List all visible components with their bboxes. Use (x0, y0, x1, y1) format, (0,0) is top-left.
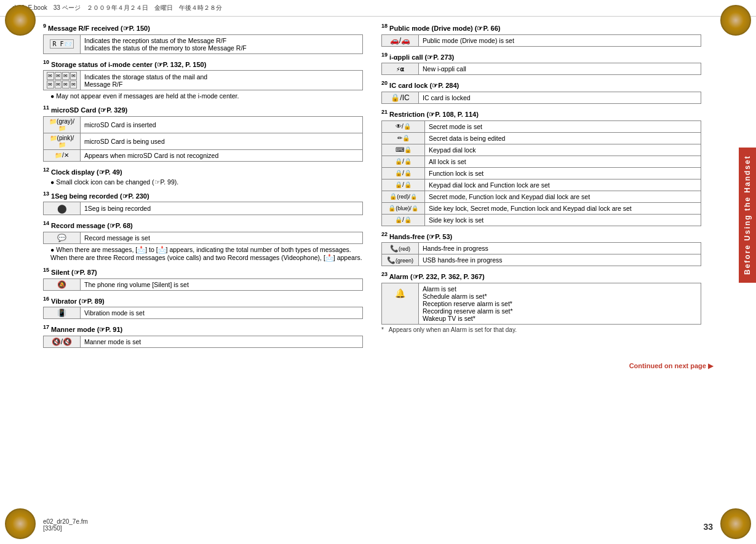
section-12: 12 Clock display (☞P. 49) Small clock ic… (43, 167, 363, 186)
icon-cell: 📞(red) (382, 243, 419, 254)
section-16-title: 16 Vibrator (☞P. 89) (43, 296, 363, 306)
desc-cell: Alarm is set Schedule alarm is set* Rece… (419, 283, 701, 324)
table-row: 🔒/IC IC card is locked (382, 92, 701, 103)
table-row: R F📨 Indicates the reception status of t… (44, 34, 363, 53)
page-number: 33 (703, 522, 713, 532)
section-18-title: 18 Public mode (Drive mode) (☞P. 66) (381, 23, 701, 33)
section-21-title: 21 Restriction (☞P. 108, P. 114) (381, 109, 701, 119)
icon-cell: 🔒/🔒 (382, 167, 425, 179)
icon-cell: 🔔 (382, 283, 419, 324)
desc-cell: All lock is set (425, 156, 701, 167)
icon-cell: 🔒/🔒 (382, 179, 425, 191)
section-16-table: 📳 Vibration mode is set (43, 307, 363, 319)
icon-cell: R F📨 (44, 34, 81, 53)
table-row: ✉ ✉ ✉ ✉ ✉ ✉ ✉ ✉ Indicates the sto (44, 71, 363, 90)
desc-cell: New i-αppli call (419, 63, 701, 75)
desc-cell: Indicates the storage status of the mail… (81, 71, 363, 90)
icon-cell: 📁(gray)/📁 (44, 116, 81, 133)
desc-cell: Public mode (Drive mode) is set (419, 34, 701, 46)
header-bar: dr20_E.book 33 ページ ２００９年４月２４日 金曜日 午後４時２８… (0, 0, 756, 17)
desc-cell: microSD Card is inserted (81, 116, 363, 133)
desc-cell: Keypad dial lock and Function lock are s… (425, 179, 701, 191)
icon-cell: 🔒(blue)/🔒 (382, 202, 425, 214)
table-row: 📞(green) USB hands-free in progress (382, 254, 701, 266)
table-row: 🔒/🔒 Side key lock is set (382, 214, 701, 226)
desc-cell: Function lock is set (425, 167, 701, 179)
right-column: 18 Public mode (Drive mode) (☞P. 66) 🚗/🚗… (381, 23, 701, 353)
desc-cell: Keypad dial lock (425, 144, 701, 156)
section-18-table: 🚗/🚗 Public mode (Drive mode) is set (381, 34, 701, 47)
section-15: 15 Silent (☞P. 87) 🔕 The phone ring volu… (43, 267, 363, 291)
icon-cell: ✏🔒 (382, 132, 425, 144)
table-row: 🔒/🔒 Function lock is set (382, 167, 701, 179)
desc-cell: microSD Card is being used (81, 133, 363, 149)
section-18: 18 Public mode (Drive mode) (☞P. 66) 🚗/🚗… (381, 23, 701, 47)
right-tab-text: Before Using the Handset (743, 156, 752, 275)
right-tab: Before Using the Handset (739, 148, 756, 283)
icon-cell: 🔇/🔇 (44, 336, 81, 347)
section-14: 14 Record message (☞P. 68) 💬 Record mess… (43, 220, 363, 262)
section-16: 16 Vibrator (☞P. 89) 📳 Vibration mode is… (43, 296, 363, 320)
section-11-table: 📁(gray)/📁 microSD Card is inserted 📁(pin… (43, 116, 363, 162)
section-15-table: 🔕 The phone ring volume [Silent] is set (43, 278, 363, 291)
desc-cell: Secret data is being edited (425, 132, 701, 144)
section-13-title: 13 1Seg being recorded (☞P. 230) (43, 191, 363, 200)
section-17-table: 🔇/🔇 Manner mode is set (43, 336, 363, 348)
table-row: 📁(gray)/📁 microSD Card is inserted (44, 116, 363, 133)
section-20-table: 🔒/IC IC card is locked (381, 92, 701, 104)
corner-decoration-bl (5, 508, 36, 539)
desc-cell: Appears when microSD Card is not recogni… (81, 149, 363, 161)
section-9-title: 9 Message R/F received (☞P. 150) (43, 23, 363, 33)
section-14-title: 14 Record message (☞P. 68) (43, 220, 363, 230)
footer-pages: [33/50] (43, 525, 62, 532)
desc-cell: USB hands-free in progress (419, 254, 701, 266)
section-23-footnote: * Appears only when an Alarm is set for … (381, 326, 701, 333)
table-row: ⌨🔒 Keypad dial lock (382, 144, 701, 156)
section-20: 20 IC card lock (☞P. 284) 🔒/IC IC card i… (381, 80, 701, 104)
desc-cell: 1Seg is being recorded (81, 202, 363, 215)
section-22-title: 22 Hands-free (☞P. 53) (381, 231, 701, 241)
icon-cell: 🔒(red)/🔒 (382, 191, 425, 202)
table-row: 📁(pink)/📁 microSD Card is being used (44, 133, 363, 149)
left-column: 9 Message R/F received (☞P. 150) R F📨 In… (43, 23, 363, 353)
section-9: 9 Message R/F received (☞P. 150) R F📨 In… (43, 23, 363, 54)
table-row: 🔒(red)/🔒 Secret mode, Function lock and … (382, 191, 701, 202)
continued-link: Continued on next page ▶ (629, 362, 713, 369)
icon-cell: 📁(pink)/📁 (44, 133, 81, 149)
table-row: 🔒(blue)/🔒 Side key lock, Secret mode, Fu… (382, 202, 701, 214)
section-10-note: May not appear even if messages are held… (50, 92, 363, 100)
icon-cell: 📁/✕ (44, 149, 81, 161)
table-row: 🔒/🔒 Keypad dial lock and Function lock a… (382, 179, 701, 191)
table-row: 💬 Record message is set (44, 232, 363, 243)
table-row: 📁/✕ Appears when microSD Card is not rec… (44, 149, 363, 161)
section-9-table: R F📨 Indicates the reception status of t… (43, 34, 363, 54)
table-row: 🔇/🔇 Manner mode is set (44, 336, 363, 347)
section-19-table: ⚡α New i-αppli call (381, 63, 701, 75)
section-19: 19 i-αppli call (☞P. 273) ⚡α New i-αppli… (381, 52, 701, 76)
icon-cell: 📳 (44, 307, 81, 319)
section-12-title: 12 Clock display (☞P. 49) (43, 167, 363, 176)
icon-cell: ⌨🔒 (382, 144, 425, 156)
section-10-title: 10 Storage status of i-mode center (☞P. … (43, 59, 363, 69)
icon-cell: 💬 (44, 232, 81, 243)
section-11-title: 11 microSD Card (☞P. 329) (43, 104, 363, 114)
table-row: ⬤ 1Seg is being recorded (44, 202, 363, 215)
section-15-title: 15 Silent (☞P. 87) (43, 267, 363, 277)
footer: e02_dr20_7e.fm [33/50] (43, 518, 88, 532)
icon-cell: 👁/🔒 (382, 120, 425, 132)
table-row: 🚗/🚗 Public mode (Drive mode) is set (382, 34, 701, 46)
icon-cell: ✉ ✉ ✉ ✉ ✉ ✉ ✉ ✉ (44, 71, 81, 90)
section-12-note: Small clock icon can be changed (☞P. 99)… (50, 178, 363, 186)
section-11: 11 microSD Card (☞P. 329) 📁(gray)/📁 micr… (43, 104, 363, 162)
table-row: 👁/🔒 Secret mode is set (382, 120, 701, 132)
section-14-table: 💬 Record message is set (43, 232, 363, 244)
page-container: dr20_E.book 33 ページ ２００９年４月２４日 金曜日 午後４時２８… (0, 0, 756, 544)
table-row: 📞(red) Hands-free in progress (382, 243, 701, 254)
footer-file: e02_dr20_7e.fm (43, 518, 88, 525)
desc-cell: The phone ring volume [Silent] is set (81, 278, 363, 290)
desc-cell: Manner mode is set (81, 336, 363, 347)
section-13: 13 1Seg being recorded (☞P. 230) ⬤ 1Seg … (43, 191, 363, 216)
section-23-title: 23 Alarm (☞P. 232, P. 362, P. 367) (381, 271, 701, 281)
table-row: ✏🔒 Secret data is being edited (382, 132, 701, 144)
section-22: 22 Hands-free (☞P. 53) 📞(red) Hands-free… (381, 231, 701, 267)
